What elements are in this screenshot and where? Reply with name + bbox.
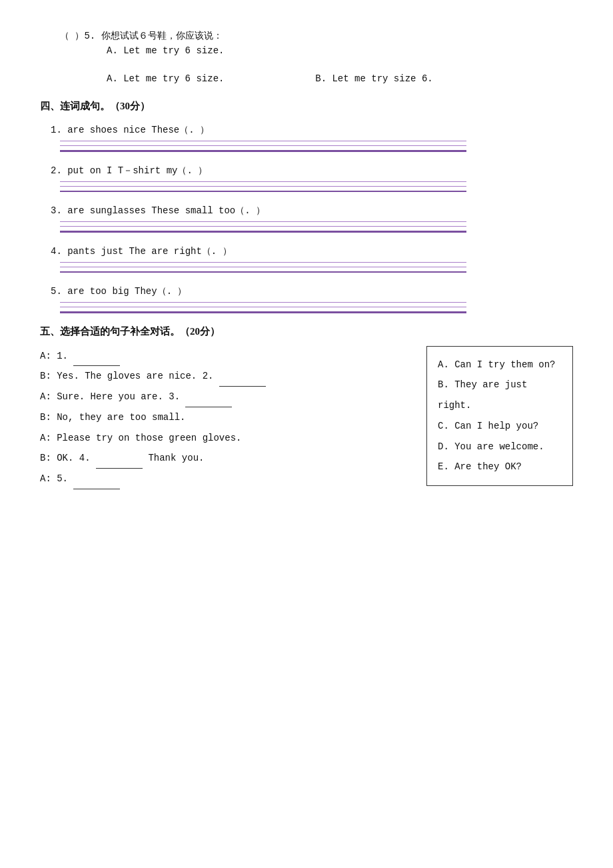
answer-line-5c: [60, 311, 466, 313]
answer-line-4a: [60, 262, 466, 263]
q5-1-lines: [60, 141, 573, 152]
answer-line-3a: [60, 221, 466, 222]
dialogue-line-4: B: No, they are too small.: [40, 407, 406, 428]
blank-5[interactable]: [73, 489, 120, 489]
answer-line-2c: [60, 191, 466, 193]
choice-a-text: A. Let me try 6 size.: [107, 73, 224, 84]
q5-3-text: 3. are sunglasses These small too（. ）: [40, 201, 573, 220]
question-5-text: （ ）5. 你想试试６号鞋，你应该说：: [40, 27, 573, 45]
dialogue-line-7: A: 5.: [40, 469, 406, 489]
section-5-container: A: 1. B: Yes. The gloves are nice. 2. A:…: [40, 346, 573, 490]
q5-4-lines: [60, 262, 573, 273]
section-4: 四、连词成句。（30分） 1. are shoes nice These（. ）…: [40, 100, 573, 313]
answer-line-5b: [60, 307, 466, 307]
answer-line-3b: [60, 226, 466, 227]
answer-line-5a: [60, 302, 466, 303]
dialogue-line-1: A: 1.: [40, 346, 406, 367]
q5-3-lines: [60, 221, 573, 233]
section-5-title: 五、选择合适的句子补全对话。（20分）: [40, 325, 573, 338]
section-4-title: 四、连词成句。（30分）: [40, 100, 573, 113]
page-content: （ ）5. 你想试试６号鞋，你应该说： A. Let me try 6 size…: [40, 27, 573, 489]
option-d: D. You are welcome.: [438, 437, 562, 457]
answer-line-2b: [60, 186, 466, 187]
choices-row: A. Let me try 6 size. B. Let me try size…: [40, 69, 573, 88]
option-a: A. Can I try them on?: [438, 355, 562, 375]
choice-a: A. Let me try 6 size.: [40, 45, 573, 56]
dialogue-line-5: A: Please try on those green gloves.: [40, 428, 406, 449]
q5-5-lines: [60, 302, 573, 313]
section-5: 五、选择合适的句子补全对话。（20分） A: 1. B: Yes. The gl…: [40, 325, 573, 490]
answer-line-4c: [60, 271, 466, 273]
choice-b-text: B. Let me try size 6.: [315, 73, 432, 84]
answer-line-3c: [60, 231, 466, 233]
q5-2-text: 2. put on I T－shirt my（. ）: [40, 161, 573, 180]
answer-line-1a: [60, 141, 466, 141]
answer-line-4b: [60, 267, 466, 267]
dialogue-line-2: B: Yes. The gloves are nice. 2.: [40, 366, 406, 387]
q5-5-text: 5. are too big They（. ）: [40, 282, 573, 301]
dialogue-line-6: B: OK. 4. Thank you.: [40, 448, 406, 469]
answer-line-1c: [60, 150, 466, 152]
answer-line-1b: [60, 145, 466, 146]
option-b: B. They are just right.: [438, 375, 562, 416]
q5-4-text: 4. pants just The are right（. ）: [40, 242, 573, 261]
question-5-preamble: （ ）5. 你想试试６号鞋，你应该说： A. Let me try 6 size…: [40, 27, 573, 56]
dialogue-left: A: 1. B: Yes. The gloves are nice. 2. A:…: [40, 346, 406, 490]
q5-2-lines: [60, 181, 573, 193]
option-c: C. Can I help you?: [438, 416, 562, 437]
option-e: E. Are they OK?: [438, 457, 562, 477]
options-box: A. Can I try them on? B. They are just r…: [426, 346, 573, 487]
answer-line-2a: [60, 181, 466, 182]
dialogue-line-3: A: Sure. Here you are. 3.: [40, 387, 406, 407]
blank-3[interactable]: [185, 407, 232, 407]
q5-1-text: 1. are shoes nice These（. ）: [40, 121, 573, 139]
